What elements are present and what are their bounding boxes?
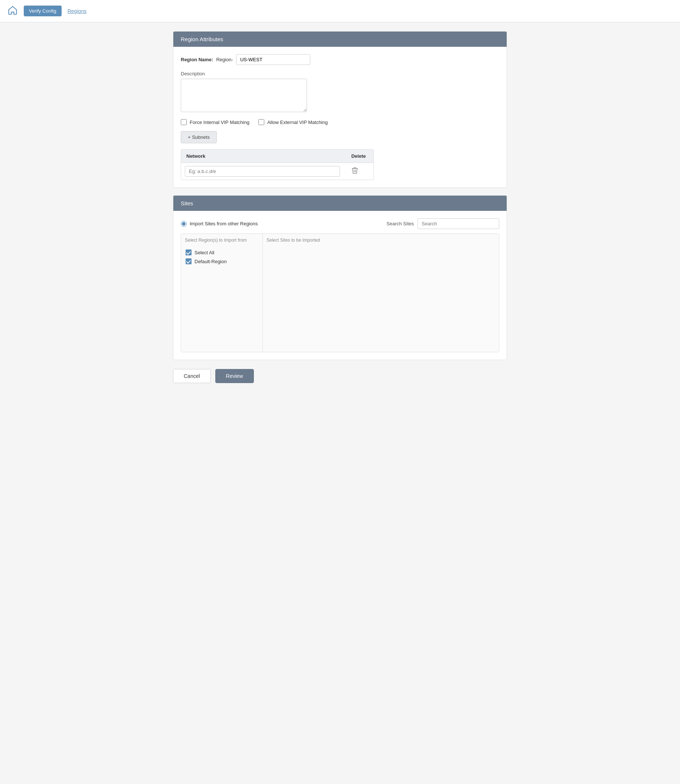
review-button[interactable]: Review	[215, 369, 254, 383]
search-sites-label: Search Sites	[386, 221, 414, 227]
delete-column-header: Delete	[344, 150, 373, 162]
subnets-button[interactable]: + Subnets	[181, 131, 217, 143]
network-column-header: Network	[181, 150, 344, 162]
region-attributes-panel: Region Attributes Region Name: Region- D…	[173, 31, 507, 188]
allow-external-vip-checkbox[interactable]	[258, 119, 264, 125]
subnets-table-header: Network Delete	[181, 150, 373, 163]
main-content: Region Attributes Region Name: Region- D…	[165, 22, 515, 392]
select-sites-header: Select Sites to be Imported	[266, 238, 495, 245]
region-name-label: Region Name:	[181, 57, 213, 62]
subnet-row	[181, 163, 373, 179]
cancel-button[interactable]: Cancel	[173, 369, 211, 383]
top-nav: Verify Config Regions	[0, 0, 680, 22]
bottom-actions: Cancel Review	[173, 369, 507, 383]
sites-panel-body: Import Sites from other Regions Search S…	[173, 211, 507, 360]
default-region-label: Default-Region	[195, 259, 227, 264]
sites-panel: Sites Import Sites from other Regions Se…	[173, 195, 507, 360]
search-sites-input[interactable]	[417, 218, 499, 229]
region-name-input[interactable]	[236, 54, 310, 65]
force-internal-vip-label: Force Internal VIP Matching	[190, 120, 249, 125]
import-sites-radio-item[interactable]: Import Sites from other Regions	[181, 221, 258, 227]
select-all-label: Select All	[195, 250, 214, 255]
force-internal-vip-checkbox[interactable]	[181, 119, 187, 125]
default-region-checkbox[interactable]	[186, 258, 192, 264]
region-name-row: Region Name: Region-	[181, 54, 499, 65]
select-all-item[interactable]: Select All	[185, 248, 259, 257]
verify-config-button[interactable]: Verify Config	[24, 6, 61, 16]
import-search-row: Import Sites from other Regions Search S…	[181, 218, 499, 229]
select-regions-column: Select Region(s) to Import from Select A…	[181, 234, 263, 352]
force-internal-vip-checkbox-item[interactable]: Force Internal VIP Matching	[181, 119, 249, 125]
description-textarea[interactable]	[181, 79, 307, 112]
select-regions-header: Select Region(s) to Import from	[185, 238, 259, 245]
region-attributes-header: Region Attributes	[173, 31, 507, 47]
region-prefix: Region-	[216, 57, 233, 62]
default-region-item[interactable]: Default-Region	[185, 257, 259, 266]
network-input[interactable]	[185, 166, 340, 177]
allow-external-vip-checkbox-item[interactable]: Allow External VIP Matching	[258, 119, 328, 125]
home-icon[interactable]	[8, 5, 18, 17]
subnets-table: Network Delete	[181, 149, 374, 180]
import-sites-label: Import Sites from other Regions	[190, 221, 258, 227]
delete-icon[interactable]	[340, 167, 370, 176]
regions-link[interactable]: Regions	[68, 8, 87, 14]
allow-external-vip-label: Allow External VIP Matching	[267, 120, 328, 125]
description-label: Description	[181, 71, 499, 77]
search-sites-row: Search Sites	[386, 218, 499, 229]
import-sites-radio[interactable]	[181, 221, 187, 227]
checkboxes-row: Force Internal VIP Matching Allow Extern…	[181, 119, 499, 125]
select-all-checkbox[interactable]	[186, 249, 192, 255]
select-columns: Select Region(s) to Import from Select A…	[181, 233, 499, 352]
select-sites-column: Select Sites to be Imported	[263, 234, 499, 352]
region-attributes-body: Region Name: Region- Description Force I…	[173, 47, 507, 187]
sites-panel-header: Sites	[173, 196, 507, 211]
description-section: Description	[181, 71, 499, 113]
